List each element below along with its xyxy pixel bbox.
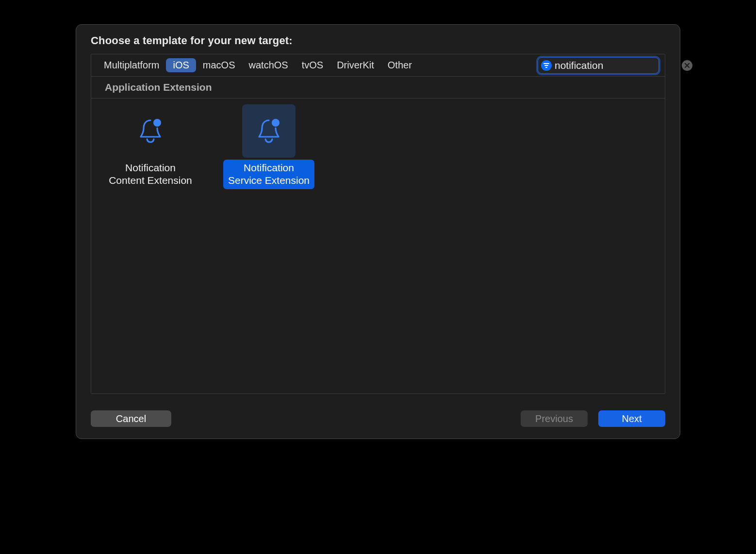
template-icon-box (124, 104, 177, 158)
platform-tab-watchos[interactable]: watchOS (242, 58, 295, 72)
template-notification-content-extension[interactable]: Notification Content Extension (96, 104, 205, 189)
svg-point-0 (153, 119, 161, 127)
templates-grid: Notification Content Extension Notificat… (91, 98, 665, 393)
close-icon (684, 63, 690, 68)
cancel-button[interactable]: Cancel (91, 410, 171, 427)
template-icon-box (242, 104, 296, 158)
bell-badge-icon (135, 115, 166, 147)
next-button[interactable]: Next (598, 410, 665, 427)
sheet-title: Choose a template for your new target: (91, 34, 665, 47)
template-label: Notification Content Extension (104, 160, 197, 189)
svg-point-1 (272, 119, 279, 127)
platform-bar: Multiplatform iOS macOS watchOS tvOS Dri… (91, 54, 665, 77)
platform-tab-driverkit[interactable]: DriverKit (330, 58, 381, 72)
platform-tab-multiplatform[interactable]: Multiplatform (97, 58, 166, 72)
platform-tab-ios[interactable]: iOS (166, 58, 196, 72)
bell-badge-icon (253, 115, 284, 147)
template-label: Notification Service Extension (223, 160, 314, 189)
template-filter-field[interactable] (538, 57, 659, 74)
template-filter-input[interactable] (555, 60, 682, 71)
platform-tabs: Multiplatform iOS macOS watchOS tvOS Dri… (97, 58, 419, 72)
platform-tab-macos[interactable]: macOS (196, 58, 242, 72)
filter-scope-token[interactable] (541, 60, 552, 71)
sheet-footer: Cancel Previous Next (91, 394, 665, 427)
clear-filter-button[interactable] (682, 60, 692, 71)
content-frame: Multiplatform iOS macOS watchOS tvOS Dri… (91, 54, 665, 394)
template-notification-service-extension[interactable]: Notification Service Extension (214, 104, 323, 189)
platform-tab-tvos[interactable]: tvOS (295, 58, 330, 72)
new-target-template-sheet: Choose a template for your new target: M… (76, 24, 680, 439)
section-header-application-extension: Application Extension (91, 77, 665, 98)
platform-tab-other[interactable]: Other (381, 58, 419, 72)
filter-icon (543, 63, 549, 68)
previous-button[interactable]: Previous (521, 410, 588, 427)
